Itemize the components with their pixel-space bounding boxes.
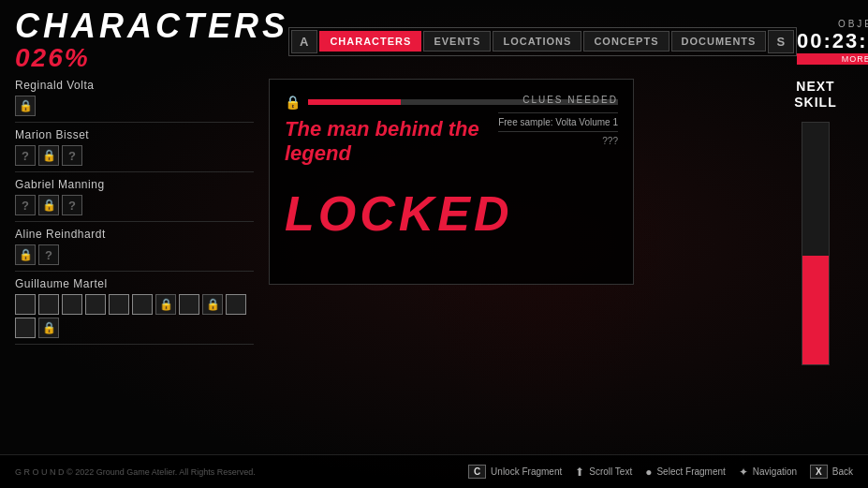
ctrl-icon-navigation: ✦ bbox=[739, 466, 748, 479]
tab-locations[interactable]: LOCATIONS bbox=[493, 31, 581, 52]
fragment-question[interactable]: ? bbox=[62, 145, 82, 166]
fragment-lock[interactable]: 🔒 bbox=[155, 294, 176, 315]
right-panel: NEXT SKILL bbox=[778, 75, 853, 454]
fragment-unlocked[interactable] bbox=[179, 294, 199, 315]
character-entry-aline: Aline Reindhardt 🔒 ? bbox=[15, 228, 254, 272]
tab-documents[interactable]: DOCUMENTS bbox=[671, 31, 767, 52]
character-entry-reginald: Reginald Volta 🔒 bbox=[15, 79, 254, 123]
fragment-question[interactable]: ? bbox=[62, 195, 82, 215]
fragment-lock[interactable]: 🔒 bbox=[15, 96, 36, 116]
content-area: Reginald Volta 🔒 Marion Bisset ? 🔒 ? Gab… bbox=[0, 75, 868, 454]
locked-label: LOCKED bbox=[285, 185, 618, 242]
fragment-unlocked[interactable] bbox=[132, 294, 153, 315]
ctrl-icon-select: ● bbox=[645, 466, 652, 479]
fragment-unlocked[interactable] bbox=[226, 294, 246, 315]
copyright-text: G R O U N D © 2022 Ground Game Atelier. … bbox=[15, 467, 256, 477]
clue-line-2: ??? bbox=[498, 131, 618, 146]
character-entry-gabriel: Gabriel Manning ? 🔒 ? bbox=[15, 178, 254, 222]
fragment-unlocked[interactable] bbox=[15, 294, 36, 315]
nav-tabs: A CHARACTERS EVENTS LOCATIONS CONCEPTS D… bbox=[288, 27, 797, 56]
objective-section: OBJECTIVE 00:23:35.1 MORE bbox=[797, 19, 868, 65]
skill-bar-container bbox=[802, 122, 830, 365]
fragment-lock[interactable]: 🔒 bbox=[202, 294, 223, 315]
fragment-lock[interactable]: 🔒 bbox=[38, 195, 59, 215]
fragment-unlocked[interactable] bbox=[15, 318, 36, 338]
ctrl-key-c[interactable]: C bbox=[468, 465, 486, 479]
next-skill-label: NEXT SKILL bbox=[778, 79, 853, 111]
ctrl-back: X Back bbox=[810, 465, 853, 479]
fragment-question[interactable]: ? bbox=[38, 244, 59, 265]
fragment-question[interactable]: ? bbox=[15, 145, 36, 166]
fragment-unlocked[interactable] bbox=[85, 294, 106, 315]
ctrl-label-navigation: Navigation bbox=[753, 466, 797, 477]
tab-characters[interactable]: CHARACTERS bbox=[319, 31, 421, 52]
char-fragments-marion: ? 🔒 ? bbox=[15, 145, 254, 166]
card-lock-icon: 🔒 bbox=[285, 95, 301, 110]
fragment-lock[interactable]: 🔒 bbox=[38, 318, 59, 338]
ctrl-navigation: ✦ Navigation bbox=[739, 466, 797, 479]
fragment-unlocked[interactable] bbox=[62, 294, 82, 315]
ctrl-icon-scroll: ⬆ bbox=[575, 466, 584, 479]
clue-line-1: Free sample: Volta Volume 1 bbox=[498, 112, 618, 127]
char-name-gabriel: Gabriel Manning bbox=[15, 178, 254, 191]
char-fragments-gabriel: ? 🔒 ? bbox=[15, 195, 254, 215]
title-section: CHaRacteRs 026% bbox=[15, 9, 288, 73]
ctrl-label-scroll: Scroll Text bbox=[589, 466, 632, 477]
ctrl-scroll-text: ⬆ Scroll Text bbox=[575, 466, 632, 479]
fragment-lock[interactable]: 🔒 bbox=[38, 145, 59, 166]
char-name-marion: Marion Bisset bbox=[15, 128, 254, 141]
tab-events[interactable]: EVENTS bbox=[423, 31, 491, 52]
ctrl-unlock-fragment: C Unlock Fragment bbox=[468, 465, 562, 479]
fragment-unlocked[interactable] bbox=[38, 294, 59, 315]
fragment-unlocked[interactable] bbox=[109, 294, 129, 315]
char-name-aline: Aline Reindhardt bbox=[15, 228, 254, 241]
clues-label: CLUES NEEDED bbox=[498, 95, 618, 105]
objective-label: OBJECTIVE bbox=[797, 19, 868, 29]
progress-percent: 026% bbox=[15, 43, 288, 73]
fragment-question[interactable]: ? bbox=[15, 195, 36, 215]
char-fragments-aline: 🔒 ? bbox=[15, 244, 254, 265]
nav-btn-s[interactable]: S bbox=[768, 30, 794, 53]
main-container: CHaRacteRs 026% A CHARACTERS EVENTS LOCA… bbox=[0, 0, 868, 488]
tab-concepts[interactable]: CONCEPTS bbox=[583, 31, 669, 52]
fragment-lock[interactable]: 🔒 bbox=[15, 244, 36, 265]
ctrl-key-x[interactable]: X bbox=[810, 465, 828, 479]
skill-bar-fill bbox=[802, 256, 829, 364]
bottom-controls: C Unlock Fragment ⬆ Scroll Text ● Select… bbox=[468, 465, 853, 479]
page-title: CHaRacteRs bbox=[15, 9, 288, 43]
ctrl-select-fragment: ● Select Fragment bbox=[645, 466, 726, 479]
timer-sub: MORE bbox=[797, 53, 868, 65]
top-bar: CHaRacteRs 026% A CHARACTERS EVENTS LOCA… bbox=[0, 0, 868, 75]
clues-section: CLUES NEEDED Free sample: Volta Volume 1… bbox=[498, 95, 618, 150]
nav-btn-a[interactable]: A bbox=[291, 30, 317, 53]
bottom-bar: G R O U N D © 2022 Ground Game Atelier. … bbox=[0, 454, 868, 488]
character-entry-guillaume: Guillaume Martel 🔒 🔒 🔒 bbox=[15, 277, 254, 345]
character-card: 🔒 The man behind thelegend CLUES NEEDED … bbox=[269, 79, 634, 285]
ctrl-label-select: Select Fragment bbox=[656, 466, 725, 477]
char-fragments-guillaume: 🔒 🔒 🔒 bbox=[15, 294, 254, 338]
character-entry-marion: Marion Bisset ? 🔒 ? bbox=[15, 128, 254, 172]
ctrl-label-unlock: Unlock Fragment bbox=[491, 466, 562, 477]
timer-display: 00:23:35.1 bbox=[797, 29, 868, 53]
char-name-guillaume: Guillaume Martel bbox=[15, 277, 254, 290]
sidebar: Reginald Volta 🔒 Marion Bisset ? 🔒 ? Gab… bbox=[15, 75, 254, 454]
char-name-reginald: Reginald Volta bbox=[15, 79, 254, 92]
main-panel: 🔒 The man behind thelegend CLUES NEEDED … bbox=[269, 75, 763, 454]
ctrl-label-back: Back bbox=[832, 466, 853, 477]
char-fragments-reginald: 🔒 bbox=[15, 96, 254, 116]
